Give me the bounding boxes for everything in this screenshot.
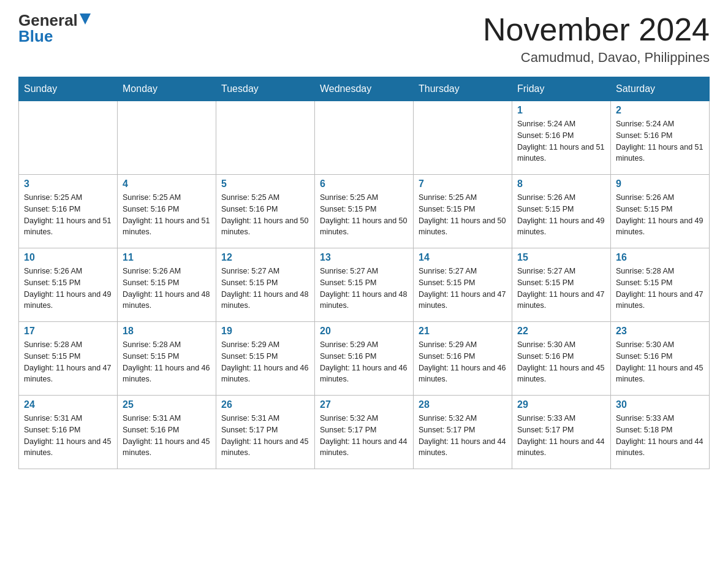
day-number: 24: [24, 399, 112, 410]
calendar-header-row: SundayMondayTuesdayWednesdayThursdayFrid…: [19, 77, 710, 101]
calendar-cell: [118, 101, 216, 175]
day-info: Sunrise: 5:27 AM Sunset: 5:15 PM Dayligh…: [517, 266, 605, 312]
day-number: 21: [419, 326, 507, 337]
day-number: 30: [616, 399, 704, 410]
calendar-cell: 10Sunrise: 5:26 AM Sunset: 5:15 PM Dayli…: [19, 248, 118, 322]
calendar-table: SundayMondayTuesdayWednesdayThursdayFrid…: [18, 77, 710, 469]
week-row-5: 24Sunrise: 5:31 AM Sunset: 5:16 PM Dayli…: [19, 396, 710, 469]
day-info: Sunrise: 5:26 AM Sunset: 5:15 PM Dayligh…: [123, 266, 211, 312]
calendar-cell: 2Sunrise: 5:24 AM Sunset: 5:16 PM Daylig…: [611, 101, 710, 175]
day-number: 6: [320, 178, 408, 190]
day-number: 23: [616, 326, 704, 337]
logo: General Blue: [18, 12, 91, 44]
day-number: 19: [221, 326, 309, 337]
day-info: Sunrise: 5:29 AM Sunset: 5:16 PM Dayligh…: [419, 339, 507, 385]
calendar-cell: 15Sunrise: 5:27 AM Sunset: 5:15 PM Dayli…: [512, 248, 611, 322]
day-info: Sunrise: 5:30 AM Sunset: 5:16 PM Dayligh…: [517, 339, 605, 385]
weekday-header-monday: Monday: [118, 77, 216, 101]
day-info: Sunrise: 5:29 AM Sunset: 5:16 PM Dayligh…: [320, 339, 408, 385]
day-info: Sunrise: 5:29 AM Sunset: 5:15 PM Dayligh…: [221, 339, 309, 385]
day-info: Sunrise: 5:28 AM Sunset: 5:15 PM Dayligh…: [616, 266, 704, 312]
logo-arrow-icon: [80, 13, 91, 25]
weekday-header-saturday: Saturday: [611, 77, 710, 101]
day-number: 18: [123, 326, 211, 337]
page-title: November 2024: [483, 12, 710, 47]
day-info: Sunrise: 5:27 AM Sunset: 5:15 PM Dayligh…: [320, 266, 408, 312]
day-info: Sunrise: 5:26 AM Sunset: 5:15 PM Dayligh…: [616, 192, 704, 238]
day-number: 17: [24, 326, 112, 337]
calendar-cell: 12Sunrise: 5:27 AM Sunset: 5:15 PM Dayli…: [216, 248, 315, 322]
calendar-cell: 14Sunrise: 5:27 AM Sunset: 5:15 PM Dayli…: [414, 248, 512, 322]
calendar-cell: 1Sunrise: 5:24 AM Sunset: 5:16 PM Daylig…: [512, 101, 611, 175]
logo-general-text: General: [18, 12, 78, 28]
title-section: November 2024 Camudmud, Davao, Philippin…: [483, 12, 710, 66]
day-number: 10: [24, 252, 112, 263]
calendar-cell: 8Sunrise: 5:26 AM Sunset: 5:15 PM Daylig…: [512, 175, 611, 248]
logo-blue-text: Blue: [18, 27, 53, 45]
calendar-cell: 17Sunrise: 5:28 AM Sunset: 5:15 PM Dayli…: [19, 322, 118, 396]
day-number: 20: [320, 326, 408, 337]
day-info: Sunrise: 5:28 AM Sunset: 5:15 PM Dayligh…: [123, 339, 211, 385]
calendar-cell: 21Sunrise: 5:29 AM Sunset: 5:16 PM Dayli…: [414, 322, 512, 396]
day-number: 1: [517, 105, 605, 116]
day-number: 12: [221, 252, 309, 263]
weekday-header-tuesday: Tuesday: [216, 77, 315, 101]
day-number: 25: [123, 399, 211, 410]
day-number: 5: [221, 178, 309, 190]
calendar-cell: 16Sunrise: 5:28 AM Sunset: 5:15 PM Dayli…: [611, 248, 710, 322]
day-number: 8: [517, 178, 605, 190]
day-info: Sunrise: 5:24 AM Sunset: 5:16 PM Dayligh…: [517, 118, 605, 164]
calendar-cell: 7Sunrise: 5:25 AM Sunset: 5:15 PM Daylig…: [414, 175, 512, 248]
page-subtitle: Camudmud, Davao, Philippines: [483, 50, 710, 66]
calendar-cell: 22Sunrise: 5:30 AM Sunset: 5:16 PM Dayli…: [512, 322, 611, 396]
week-row-2: 3Sunrise: 5:25 AM Sunset: 5:16 PM Daylig…: [19, 175, 710, 248]
calendar-cell: 26Sunrise: 5:31 AM Sunset: 5:17 PM Dayli…: [216, 396, 315, 469]
day-info: Sunrise: 5:33 AM Sunset: 5:18 PM Dayligh…: [616, 413, 704, 459]
day-number: 15: [517, 252, 605, 263]
day-info: Sunrise: 5:24 AM Sunset: 5:16 PM Dayligh…: [616, 118, 704, 164]
calendar-cell: 9Sunrise: 5:26 AM Sunset: 5:15 PM Daylig…: [611, 175, 710, 248]
day-number: 16: [616, 252, 704, 263]
calendar-cell: 25Sunrise: 5:31 AM Sunset: 5:16 PM Dayli…: [118, 396, 216, 469]
day-info: Sunrise: 5:27 AM Sunset: 5:15 PM Dayligh…: [419, 266, 507, 312]
day-number: 9: [616, 178, 704, 190]
calendar-cell: 24Sunrise: 5:31 AM Sunset: 5:16 PM Dayli…: [19, 396, 118, 469]
calendar-cell: [414, 101, 512, 175]
day-info: Sunrise: 5:31 AM Sunset: 5:16 PM Dayligh…: [24, 413, 112, 459]
day-info: Sunrise: 5:30 AM Sunset: 5:16 PM Dayligh…: [616, 339, 704, 385]
day-info: Sunrise: 5:32 AM Sunset: 5:17 PM Dayligh…: [419, 413, 507, 459]
page-header: General Blue November 2024 Camudmud, Dav…: [18, 12, 710, 66]
day-number: 28: [419, 399, 507, 410]
day-number: 11: [123, 252, 211, 263]
day-number: 14: [419, 252, 507, 263]
day-info: Sunrise: 5:25 AM Sunset: 5:16 PM Dayligh…: [123, 192, 211, 238]
calendar-cell: 13Sunrise: 5:27 AM Sunset: 5:15 PM Dayli…: [315, 248, 414, 322]
calendar-cell: 5Sunrise: 5:25 AM Sunset: 5:16 PM Daylig…: [216, 175, 315, 248]
day-info: Sunrise: 5:33 AM Sunset: 5:17 PM Dayligh…: [517, 413, 605, 459]
calendar-cell: 18Sunrise: 5:28 AM Sunset: 5:15 PM Dayli…: [118, 322, 216, 396]
day-number: 3: [24, 178, 112, 190]
svg-marker-0: [80, 13, 91, 25]
weekday-header-thursday: Thursday: [414, 77, 512, 101]
calendar-cell: [315, 101, 414, 175]
day-info: Sunrise: 5:31 AM Sunset: 5:17 PM Dayligh…: [221, 413, 309, 459]
day-number: 27: [320, 399, 408, 410]
week-row-3: 10Sunrise: 5:26 AM Sunset: 5:15 PM Dayli…: [19, 248, 710, 322]
day-info: Sunrise: 5:26 AM Sunset: 5:15 PM Dayligh…: [24, 266, 112, 312]
calendar-cell: 28Sunrise: 5:32 AM Sunset: 5:17 PM Dayli…: [414, 396, 512, 469]
day-number: 29: [517, 399, 605, 410]
day-info: Sunrise: 5:25 AM Sunset: 5:16 PM Dayligh…: [24, 192, 112, 238]
day-number: 7: [419, 178, 507, 190]
calendar-cell: 27Sunrise: 5:32 AM Sunset: 5:17 PM Dayli…: [315, 396, 414, 469]
weekday-header-wednesday: Wednesday: [315, 77, 414, 101]
weekday-header-sunday: Sunday: [19, 77, 118, 101]
calendar-cell: 20Sunrise: 5:29 AM Sunset: 5:16 PM Dayli…: [315, 322, 414, 396]
calendar-cell: 11Sunrise: 5:26 AM Sunset: 5:15 PM Dayli…: [118, 248, 216, 322]
weekday-header-friday: Friday: [512, 77, 611, 101]
day-number: 4: [123, 178, 211, 190]
week-row-1: 1Sunrise: 5:24 AM Sunset: 5:16 PM Daylig…: [19, 101, 710, 175]
day-number: 2: [616, 105, 704, 116]
calendar-cell: [19, 101, 118, 175]
day-info: Sunrise: 5:26 AM Sunset: 5:15 PM Dayligh…: [517, 192, 605, 238]
day-info: Sunrise: 5:28 AM Sunset: 5:15 PM Dayligh…: [24, 339, 112, 385]
